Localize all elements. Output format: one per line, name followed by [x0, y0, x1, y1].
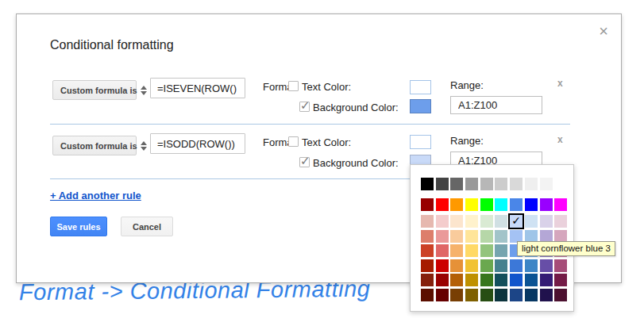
color-swatch[interactable] — [465, 244, 478, 257]
screenshot-canvas: × Conditional formatting Custom formula … — [0, 0, 644, 326]
color-swatch[interactable] — [480, 198, 493, 211]
color-swatch[interactable] — [480, 259, 493, 272]
save-rules-button[interactable]: Save rules — [50, 217, 107, 236]
color-swatch[interactable] — [450, 289, 463, 301]
color-swatch[interactable] — [495, 230, 507, 243]
color-swatch[interactable] — [436, 244, 449, 257]
color-swatch[interactable] — [495, 259, 507, 272]
palette-row: ✓ — [421, 215, 573, 228]
color-swatch[interactable] — [554, 274, 567, 286]
color-swatch[interactable] — [436, 289, 449, 301]
formula-input[interactable] — [150, 78, 245, 98]
color-swatch[interactable] — [495, 274, 507, 286]
color-swatch[interactable] — [480, 230, 493, 243]
color-swatch[interactable] — [540, 215, 553, 228]
color-swatch[interactable] — [421, 259, 434, 272]
color-swatch[interactable] — [480, 178, 493, 190]
color-swatch[interactable] — [540, 259, 553, 272]
color-swatch[interactable] — [421, 289, 434, 301]
color-swatch[interactable] — [421, 244, 434, 257]
range-input[interactable] — [450, 96, 542, 114]
color-swatch[interactable] — [480, 244, 493, 257]
color-swatch[interactable] — [540, 198, 553, 211]
color-swatch[interactable] — [525, 259, 538, 272]
color-swatch[interactable] — [525, 289, 538, 301]
background-color-checkbox[interactable]: ✓ — [299, 157, 310, 167]
color-swatch[interactable] — [436, 259, 449, 272]
color-swatch[interactable] — [510, 198, 523, 211]
color-swatch[interactable] — [525, 274, 538, 286]
color-swatch[interactable] — [554, 198, 567, 211]
color-swatch[interactable] — [450, 259, 463, 272]
color-swatch[interactable] — [495, 289, 507, 301]
color-swatch[interactable] — [436, 215, 449, 228]
color-swatch[interactable] — [450, 198, 463, 211]
color-swatch[interactable] — [450, 244, 463, 257]
color-swatch[interactable] — [495, 244, 507, 257]
color-swatch[interactable] — [421, 274, 434, 286]
color-swatch[interactable] — [436, 178, 449, 190]
background-color-label: Background Color: — [313, 102, 399, 113]
formula-input[interactable] — [150, 133, 245, 154]
color-swatch[interactable] — [510, 289, 523, 301]
palette-row — [421, 289, 573, 301]
color-swatch[interactable] — [450, 230, 463, 243]
color-swatch[interactable] — [450, 274, 463, 286]
color-swatch[interactable] — [540, 178, 553, 190]
text-color-swatch[interactable] — [410, 80, 431, 94]
close-icon[interactable]: × — [599, 24, 608, 38]
color-swatch[interactable] — [554, 215, 567, 228]
remove-rule-icon[interactable]: x — [557, 135, 563, 144]
color-swatch[interactable] — [465, 289, 478, 301]
range-label: Range: — [450, 135, 484, 147]
add-another-rule-link[interactable]: + Add another rule — [50, 190, 141, 201]
color-swatch[interactable] — [525, 215, 538, 228]
color-swatch[interactable] — [540, 274, 553, 286]
color-swatch[interactable] — [465, 274, 478, 286]
color-swatch[interactable] — [554, 259, 567, 272]
condition-dropdown-label: Custom formula is — [60, 141, 137, 151]
color-swatch[interactable] — [465, 178, 478, 190]
color-swatch[interactable] — [436, 198, 449, 211]
text-color-checkbox[interactable]: ✓ — [288, 136, 299, 147]
color-swatch[interactable] — [540, 289, 553, 301]
color-swatch[interactable] — [510, 259, 523, 272]
color-swatch[interactable] — [436, 230, 449, 243]
color-swatch[interactable] — [480, 274, 493, 286]
color-swatch[interactable] — [510, 274, 523, 286]
text-color-label: Text Color: — [302, 81, 351, 93]
color-swatch[interactable]: ✓ — [510, 215, 523, 228]
color-swatch[interactable] — [480, 289, 493, 301]
color-swatch[interactable] — [480, 215, 493, 228]
text-color-checkbox[interactable]: ✓ — [288, 81, 299, 91]
color-swatch[interactable] — [525, 178, 538, 190]
color-swatch[interactable] — [465, 230, 478, 243]
color-swatch[interactable] — [465, 259, 478, 272]
color-swatch[interactable] — [465, 215, 478, 228]
background-color-swatch[interactable] — [410, 99, 431, 113]
color-swatch[interactable] — [495, 215, 507, 228]
color-swatch[interactable] — [436, 274, 449, 286]
color-swatch[interactable] — [450, 178, 463, 190]
color-swatch[interactable] — [554, 289, 567, 301]
color-swatch[interactable] — [421, 178, 434, 190]
remove-rule-icon[interactable]: x — [557, 79, 563, 88]
background-color-checkbox[interactable]: ✓ — [299, 102, 310, 112]
cancel-button[interactable]: Cancel — [121, 217, 173, 236]
palette-row — [421, 274, 573, 286]
color-swatch[interactable] — [495, 178, 507, 190]
color-swatch[interactable] — [421, 198, 434, 211]
color-swatch[interactable] — [554, 178, 567, 190]
text-color-swatch[interactable] — [410, 135, 431, 149]
color-swatch[interactable] — [510, 178, 523, 190]
color-swatch[interactable] — [525, 198, 538, 211]
color-swatch[interactable] — [465, 198, 478, 211]
condition-dropdown[interactable]: Custom formula is — [52, 136, 137, 155]
background-color-label: Background Color: — [313, 157, 399, 169]
color-swatch[interactable] — [495, 198, 507, 211]
color-swatch[interactable] — [450, 215, 463, 228]
divider — [50, 124, 570, 125]
color-swatch[interactable] — [421, 230, 434, 243]
condition-dropdown[interactable]: Custom formula is — [52, 80, 137, 100]
color-swatch[interactable] — [421, 215, 434, 228]
